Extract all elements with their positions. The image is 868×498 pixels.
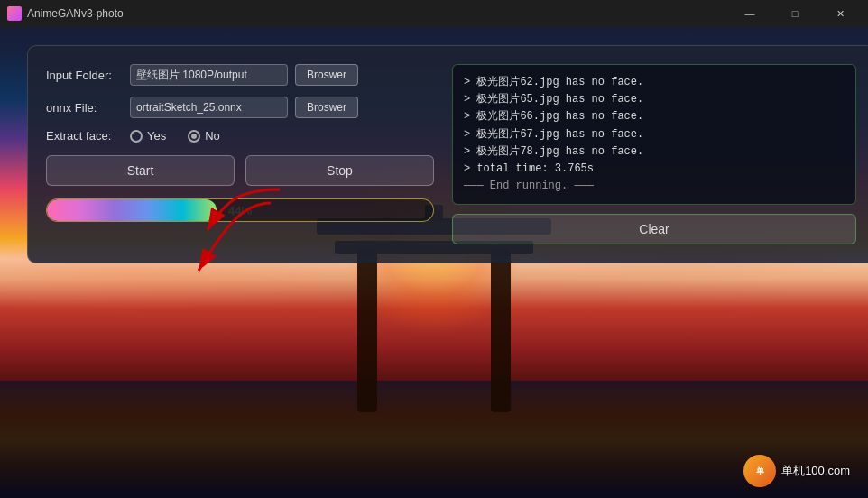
onnx-file-field[interactable] [130,97,288,118]
input-folder-field[interactable] [130,64,288,86]
progress-fill [47,199,217,221]
stop-button[interactable]: Stop [245,155,434,186]
svg-rect-3 [491,250,511,412]
svg-rect-2 [357,250,377,412]
main-panel: Input Folder: Broswer onnx File: Broswer… [27,45,868,263]
extract-face-label: Extract face: [46,129,123,143]
app-icon [7,6,22,21]
watermark-logo: 单 [743,455,776,487]
input-folder-row: Input Folder: Broswer [46,64,434,86]
minimize-button[interactable]: — [729,0,771,27]
clear-button[interactable]: Clear [452,214,856,244]
log-line-5: > 极光图片78.jpg has no face. [464,143,845,161]
titlebar-controls: — □ ✕ [729,0,861,27]
input-folder-label: Input Folder: [46,69,123,82]
browse-input-button[interactable]: Broswer [295,64,358,86]
progress-bar: 44% [46,198,434,222]
radio-yes-circle [130,130,143,143]
close-button[interactable]: ✕ [819,0,861,27]
radio-no-option[interactable]: No [188,129,220,143]
radio-no-circle [188,130,200,143]
action-buttons: Start Stop [46,155,434,186]
log-line-7: ——— End running. ——— [464,178,845,195]
maximize-button[interactable]: □ [774,0,816,27]
radio-yes-label: Yes [147,129,166,143]
watermark-text: 单机100.com [781,463,850,479]
titlebar-left: AnimeGANv3-photo [7,6,124,21]
progress-label: 44% [228,204,252,217]
extract-face-row: Extract face: Yes No [46,129,434,143]
onnx-file-label: onnx File: [46,101,123,115]
log-line-1: > 极光图片62.jpg has no face. [464,74,845,91]
log-line-6: > total time: 3.765s [464,161,845,178]
log-section: > 极光图片62.jpg has no face. > 极光图片65.jpg h… [452,64,856,244]
watermark: 单 单机100.com [743,455,850,487]
browse-onnx-button[interactable]: Broswer [295,97,358,118]
start-button[interactable]: Start [46,155,235,186]
log-line-3: > 极光图片66.jpg has no face. [464,108,845,125]
log-line-2: > 极光图片65.jpg has no face. [464,91,845,108]
radio-yes-option[interactable]: Yes [130,129,166,143]
log-line-4: > 极光图片67.jpg has no face. [464,126,845,143]
onnx-file-row: onnx File: Broswer [46,97,434,118]
controls-section: Input Folder: Broswer onnx File: Broswer… [46,64,434,244]
titlebar: AnimeGANv3-photo — □ ✕ [0,0,868,27]
titlebar-title: AnimeGANv3-photo [27,7,124,20]
radio-no-label: No [205,129,220,143]
log-output: > 极光图片62.jpg has no face. > 极光图片65.jpg h… [452,64,856,205]
